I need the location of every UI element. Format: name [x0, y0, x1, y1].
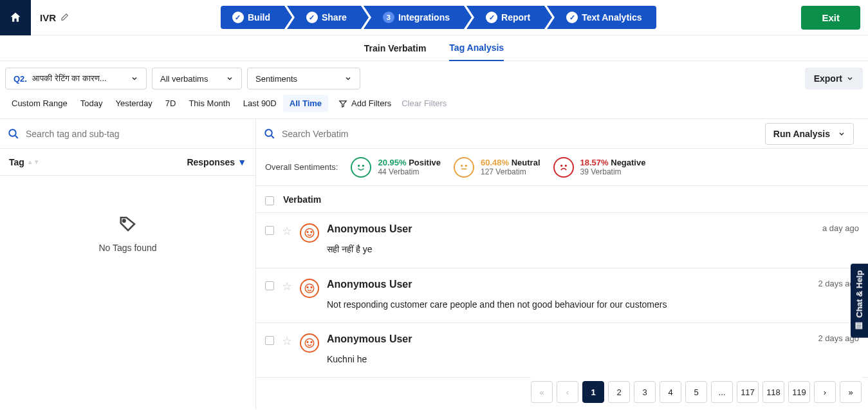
svg-point-7 [560, 165, 562, 166]
step-label: Share [322, 12, 347, 23]
home-button[interactable] [0, 0, 31, 35]
svg-point-1 [122, 219, 125, 222]
pager-page-5[interactable]: 5 [685, 381, 707, 403]
tab-tag-analysis[interactable]: Tag Analysis [449, 35, 504, 61]
add-filters-button[interactable]: Add Filters [338, 98, 391, 108]
pager-last[interactable]: » [840, 381, 862, 403]
verbatim-item[interactable]: ☆Anonymous UserNot responding customer c… [256, 268, 868, 323]
sentiment-negative: 18.57% Negative 39 Verbatim [553, 157, 646, 178]
pager-first[interactable]: « [531, 381, 553, 403]
svg-point-8 [565, 165, 566, 166]
pager-page-118[interactable]: 118 [762, 381, 784, 403]
tab-train-verbatim[interactable]: Train Verbatim [364, 35, 426, 61]
date-range-custom-range[interactable]: Custom Range [5, 95, 74, 112]
verbatims-dropdown-label: All verbatims [160, 74, 208, 84]
step-number-icon: 3 [383, 12, 394, 23]
date-range-yesterday[interactable]: Yesterday [109, 95, 158, 112]
verbatim-checkbox[interactable] [265, 336, 274, 345]
search-icon [264, 128, 275, 140]
verbatim-text: Not responding customer care people and … [327, 299, 810, 310]
svg-point-13 [307, 287, 308, 288]
pager-page-119[interactable]: 119 [788, 381, 810, 403]
verbatim-checkbox[interactable] [265, 281, 274, 290]
chat-help-tab[interactable]: ▤ Chat & Help [851, 264, 868, 338]
verbatim-search-row: Run Analysis [256, 119, 868, 149]
verbatim-text: सही नहीं है ye [327, 244, 815, 255]
pencil-icon[interactable] [60, 13, 69, 22]
step-report[interactable]: ✓Report [466, 6, 544, 29]
svg-point-10 [307, 232, 308, 233]
sort-icon[interactable]: ▲▼ [27, 158, 40, 165]
subtabs: Train Verbatim Tag Analysis [0, 35, 868, 61]
verbatim-checkbox[interactable] [265, 226, 274, 235]
date-range-today[interactable]: Today [74, 95, 109, 112]
question-prefix: Q2. [14, 74, 27, 84]
verbatim-text: Kuchni he [327, 354, 810, 364]
pagination: «‹12345...117118119›» [531, 375, 862, 409]
pager-page-1[interactable]: 1 [582, 381, 604, 403]
positive-count: 44 Verbatim [378, 167, 441, 176]
export-button[interactable]: Export [805, 68, 863, 89]
verbatim-user: Anonymous User [327, 333, 810, 345]
no-tags-text: No Tags found [98, 243, 156, 253]
sentiment-positive: 20.95% Positive 44 Verbatim [351, 157, 441, 178]
pager-page-117[interactable]: 117 [737, 381, 759, 403]
caret-down-icon[interactable]: ▼ [237, 157, 246, 167]
verbatim-item[interactable]: ☆Anonymous UserKuchni he2 days ago [256, 323, 868, 378]
step-build[interactable]: ✓Build [221, 6, 284, 29]
pager-page-2[interactable]: 2 [608, 381, 630, 403]
pager-next[interactable]: › [814, 381, 836, 403]
step-share[interactable]: ✓Share [287, 6, 361, 29]
date-range-7d[interactable]: 7D [159, 95, 183, 112]
svg-point-0 [9, 129, 16, 136]
verbatim-user: Anonymous User [327, 279, 810, 290]
tag-search-input[interactable] [26, 129, 248, 139]
verbatim-search-input[interactable] [282, 129, 759, 139]
chevron-down-icon [131, 75, 138, 82]
date-range-all-time[interactable]: All Time [283, 95, 328, 112]
tag-search-row [0, 119, 255, 149]
date-range-this-month[interactable]: This Month [182, 95, 236, 112]
step-label: Integrations [398, 12, 450, 23]
survey-title: IVR [31, 12, 78, 23]
svg-point-6 [466, 165, 467, 166]
run-analysis-button[interactable]: Run Analysis [765, 123, 854, 145]
add-filters-label: Add Filters [351, 98, 391, 108]
responses-column-header[interactable]: Responses [187, 157, 235, 167]
date-range-last-90d[interactable]: Last 90D [237, 95, 283, 112]
wizard-steps: ✓Build✓Share3Integrations✓Report✓Text An… [78, 6, 801, 29]
check-icon: ✓ [566, 12, 578, 23]
chevron-down-icon [344, 75, 352, 82]
step-label: Report [501, 12, 530, 23]
verbatims-dropdown[interactable]: All verbatims [152, 68, 242, 89]
overall-sentiments: Overall Sentiments: 20.95% Positive 44 V… [256, 149, 868, 186]
verbatim-time: a day ago [822, 223, 859, 233]
verbatim-list: ☆Anonymous Userसही नहीं है yea day ago☆A… [256, 213, 868, 378]
pager-page-3[interactable]: 3 [634, 381, 656, 403]
verbatim-user: Anonymous User [327, 223, 815, 235]
svg-point-4 [363, 165, 364, 166]
svg-point-15 [305, 339, 314, 348]
select-all-checkbox[interactable] [265, 196, 274, 205]
pager-page-4[interactable]: 4 [660, 381, 681, 403]
tags-pane: Tag ▲▼ Responses ▼ No Tags found [0, 119, 256, 409]
chevron-down-icon [846, 75, 854, 82]
step-integrations[interactable]: 3Integrations [364, 6, 464, 29]
verbatim-pane: Run Analysis Overall Sentiments: 20.95% … [256, 119, 868, 409]
pager-prev[interactable]: ‹ [557, 381, 578, 403]
step-text-analytics[interactable]: ✓Text Analytics [547, 6, 656, 29]
pager-ellipsis: ... [711, 381, 733, 403]
home-icon [9, 11, 22, 24]
smile-icon [351, 157, 371, 178]
verbatim-item[interactable]: ☆Anonymous Userसही नहीं है yea day ago [256, 213, 868, 268]
star-icon[interactable]: ☆ [282, 334, 292, 348]
star-icon[interactable]: ☆ [282, 224, 292, 238]
tag-column-header[interactable]: Tag [9, 157, 24, 167]
negative-count: 39 Verbatim [580, 167, 646, 176]
exit-button[interactable]: Exit [801, 6, 860, 30]
sentiments-dropdown[interactable]: Sentiments [247, 68, 360, 89]
neutral-count: 127 Verbatim [481, 167, 540, 176]
star-icon[interactable]: ☆ [282, 279, 292, 294]
positive-pct: 20.95% [378, 158, 406, 167]
question-dropdown[interactable]: Q2. आपकी रेटिंग का कारण... [5, 68, 147, 89]
